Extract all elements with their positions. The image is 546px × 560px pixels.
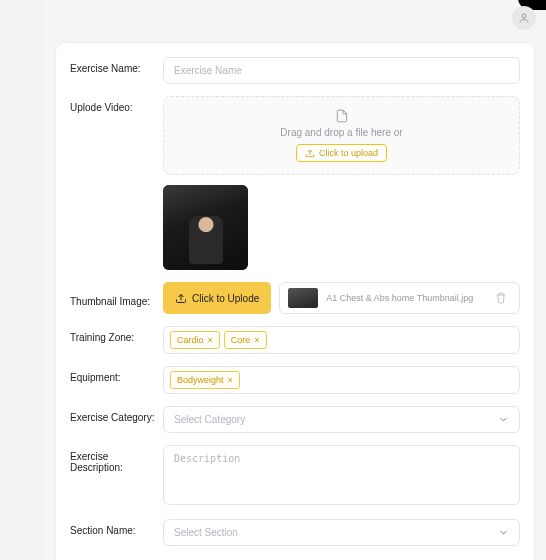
- click-to-upload-button[interactable]: Click to upload: [296, 144, 387, 162]
- chevron-down-icon: [498, 414, 509, 425]
- exercise-form-card: Exercise Name: Uplode Video: Drag and dr…: [55, 42, 535, 560]
- avatar[interactable]: [512, 6, 536, 30]
- upload-icon: [305, 148, 315, 158]
- description-label: Exercise Description:: [70, 445, 155, 473]
- section-label: Section Name:: [70, 519, 155, 536]
- section-select[interactable]: Select Section: [163, 519, 520, 546]
- tag-label: Cardio: [177, 335, 204, 345]
- file-icon: [176, 109, 507, 123]
- thumbnail-file-chip: A1 Chest & Abs home Thumbnail.jpg: [279, 282, 520, 314]
- training-zone-tag: Cardio×: [170, 331, 220, 349]
- tag-label: Bodyweight: [177, 375, 224, 385]
- thumbnail-upload-button[interactable]: Click to Uplode: [163, 282, 271, 314]
- thumbnail-mini-preview: [288, 288, 318, 308]
- tag-remove-button[interactable]: ×: [254, 335, 259, 345]
- training-zone-input[interactable]: Cardio×Core×: [163, 326, 520, 354]
- trash-icon: [495, 292, 507, 304]
- training-zone-label: Training Zone:: [70, 326, 155, 343]
- svg-point-0: [522, 14, 526, 18]
- training-zone-tag: Core×: [224, 331, 267, 349]
- dropzone-text: Drag and drop a file here or: [176, 127, 507, 138]
- upload-icon: [175, 292, 187, 304]
- equipment-tag: Bodyweight×: [170, 371, 240, 389]
- video-dropzone[interactable]: Drag and drop a file here or Click to up…: [163, 96, 520, 175]
- equipment-input[interactable]: Bodyweight×: [163, 366, 520, 394]
- chevron-down-icon: [498, 527, 509, 538]
- exercise-name-label: Exercise Name:: [70, 57, 155, 74]
- description-textarea[interactable]: [163, 445, 520, 505]
- equipment-label: Equipment:: [70, 366, 155, 383]
- thumbnail-label: Thumbnail Image:: [70, 290, 155, 307]
- user-icon: [518, 12, 530, 24]
- upload-video-label: Uplode Video:: [70, 96, 155, 113]
- tag-remove-button[interactable]: ×: [208, 335, 213, 345]
- tag-label: Core: [231, 335, 251, 345]
- video-preview-thumbnail: [163, 185, 248, 270]
- category-label: Exercise Category:: [70, 406, 155, 423]
- tag-remove-button[interactable]: ×: [228, 375, 233, 385]
- thumbnail-delete-button[interactable]: [491, 288, 511, 308]
- category-select[interactable]: Select Category: [163, 406, 520, 433]
- thumbnail-filename: A1 Chest & Abs home Thumbnail.jpg: [326, 293, 473, 303]
- exercise-name-input[interactable]: [163, 57, 520, 84]
